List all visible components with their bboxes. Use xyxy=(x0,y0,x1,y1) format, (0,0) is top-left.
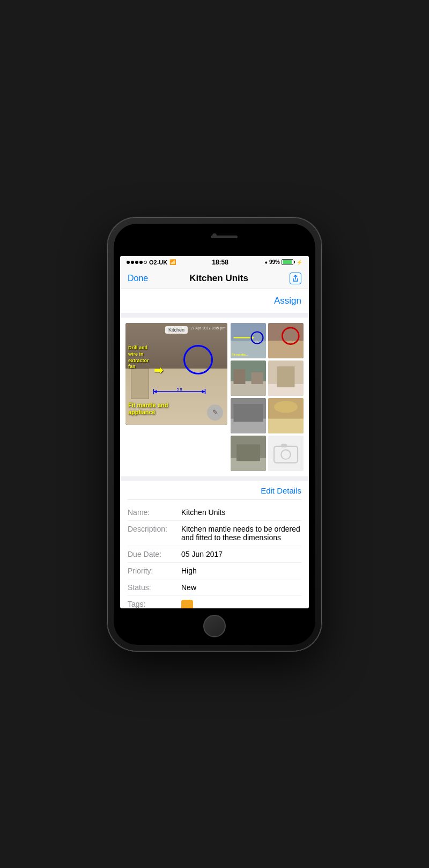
svg-marker-6 xyxy=(202,390,205,393)
thumbnail-5[interactable] xyxy=(231,398,266,433)
signal-dots xyxy=(127,261,147,264)
svg-rect-18 xyxy=(234,369,246,384)
label-description: Description: xyxy=(128,525,181,533)
status-right: ⬧ 99% ⚡ xyxy=(264,259,302,265)
detail-row-tags: Tags: xyxy=(128,596,301,608)
thumb-2-overlay xyxy=(268,323,304,358)
signal-dot-5 xyxy=(144,261,147,264)
home-button[interactable] xyxy=(203,615,226,637)
label-due-date: Due Date: xyxy=(128,550,181,558)
edit-details-button[interactable]: Edit Details xyxy=(261,486,301,495)
done-button[interactable]: Done xyxy=(128,274,148,283)
value-priority: High xyxy=(181,567,301,575)
thumbnail-2[interactable] xyxy=(268,323,304,358)
svg-point-28 xyxy=(274,401,298,413)
detail-row-priority: Priority: High xyxy=(128,563,301,579)
share-icon xyxy=(291,274,300,283)
battery-container xyxy=(282,259,295,265)
label-status: Status: xyxy=(128,583,181,592)
wifi-icon: 📶 xyxy=(169,259,176,265)
svg-rect-25 xyxy=(234,404,263,422)
thumb-1-overlay: Fit mantle... xyxy=(231,323,266,358)
battery-body xyxy=(282,259,293,265)
value-description: Kitchen mantle needs to be ordered and f… xyxy=(181,525,301,542)
thumb-7-bg xyxy=(231,436,266,471)
detail-row-name: Name: Kitchen Units xyxy=(128,504,301,521)
svg-rect-19 xyxy=(252,372,263,384)
carrier-label: O2-UK xyxy=(149,259,167,266)
thumbnail-camera[interactable] xyxy=(268,436,304,471)
photo-date: 27 Apr 2017 8:05 pm xyxy=(190,326,225,330)
svg-rect-35 xyxy=(281,444,287,447)
label-tags: Tags: xyxy=(128,600,181,608)
detail-row-description: Description: Kitchen mantle needs to be … xyxy=(128,521,301,546)
photo-kitchen-label: Kitchen xyxy=(165,326,188,334)
signal-dot-2 xyxy=(131,261,134,264)
assign-section: Assign xyxy=(120,289,309,313)
svg-rect-27 xyxy=(268,418,304,433)
battery-bolt-icon: ⚡ xyxy=(297,260,302,265)
thumbnail-3[interactable] xyxy=(231,361,266,396)
share-button[interactable] xyxy=(290,273,301,284)
photo-section: Kitchen 27 Apr 2017 8:05 pm Drill andwir… xyxy=(120,318,309,476)
value-status: New xyxy=(181,583,301,592)
assign-button[interactable]: Assign xyxy=(274,296,301,306)
bluetooth-icon: ⬧ xyxy=(264,259,268,265)
phone-shell: O2-UK 📶 18:58 ⬧ 99% ⚡ xyxy=(107,217,322,651)
svg-text:Fit mantle...: Fit mantle... xyxy=(232,352,248,356)
label-name: Name: xyxy=(128,508,181,517)
thumbnail-7[interactable] xyxy=(231,436,266,471)
edit-details-row: Edit Details xyxy=(128,486,301,500)
main-photo[interactable]: Kitchen 27 Apr 2017 8:05 pm Drill andwir… xyxy=(125,323,227,425)
edit-pencil-button[interactable]: ✎ xyxy=(207,404,223,421)
svg-rect-31 xyxy=(236,444,260,461)
screen: O2-UK 📶 18:58 ⬧ 99% ⚡ xyxy=(120,256,309,608)
status-time: 18:58 xyxy=(212,259,228,266)
phone-speaker xyxy=(211,236,238,238)
battery-tip xyxy=(294,261,295,263)
content-area: Assign Kitchen 27 Apr 2017 8:05 xyxy=(120,289,309,608)
phone-inner: O2-UK 📶 18:58 ⬧ 99% ⚡ xyxy=(114,224,315,645)
thumbnail-4[interactable] xyxy=(268,361,304,396)
svg-marker-5 xyxy=(154,390,157,393)
signal-dot-1 xyxy=(127,261,130,264)
thumbnail-1[interactable]: Fit mantle... xyxy=(231,323,266,358)
tag-color-swatch[interactable] xyxy=(181,600,193,608)
dimension-line: 5 ft xyxy=(144,387,215,396)
annotation-text: Drill andwire inextractorfan xyxy=(128,345,149,370)
battery-pct: 99% xyxy=(269,259,280,265)
signal-dot-3 xyxy=(135,261,138,264)
thumb-3-bg xyxy=(231,361,266,396)
svg-rect-22 xyxy=(277,366,295,387)
thumbnail-6[interactable] xyxy=(268,398,304,433)
status-bar: O2-UK 📶 18:58 ⬧ 99% ⚡ xyxy=(120,256,309,268)
battery-fill xyxy=(283,260,292,264)
signal-dot-4 xyxy=(139,261,143,264)
thumb-4-bg xyxy=(268,361,304,396)
page-title: Kitchen Units xyxy=(189,273,248,284)
camera-icon xyxy=(268,436,304,471)
detail-row-status: Status: New xyxy=(128,579,301,596)
annotation-arrow: ➡ xyxy=(154,364,163,377)
label-priority: Priority: xyxy=(128,567,181,575)
thumb-6-bg xyxy=(268,398,304,433)
nav-bar: Done Kitchen Units xyxy=(120,268,309,289)
main-photo-bottom-text: Fit mantle andappliancé xyxy=(128,402,168,416)
main-photo-bg: Kitchen 27 Apr 2017 8:05 pm Drill andwir… xyxy=(125,323,227,425)
thumb-5-bg xyxy=(231,398,266,433)
svg-text:5 ft: 5 ft xyxy=(177,387,182,391)
details-section: Edit Details Name: Kitchen Units Descrip… xyxy=(120,481,309,608)
thumbnail-grid: Fit mantle... xyxy=(231,323,304,471)
detail-row-due-date: Due Date: 05 Jun 2017 xyxy=(128,546,301,563)
value-due-date: 05 Jun 2017 xyxy=(181,550,301,558)
status-left: O2-UK 📶 xyxy=(127,259,176,266)
value-name: Kitchen Units xyxy=(181,508,301,517)
